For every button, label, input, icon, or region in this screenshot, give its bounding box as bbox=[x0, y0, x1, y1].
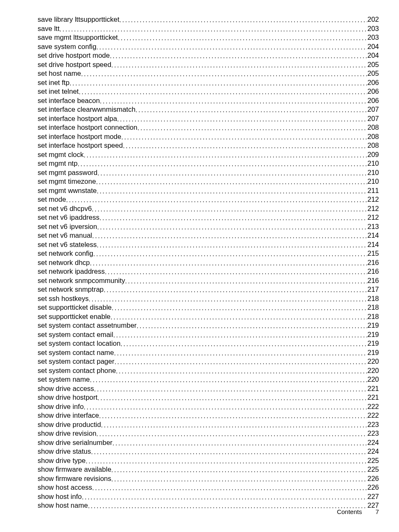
toc-entry[interactable]: set system contact location219 bbox=[38, 339, 379, 348]
toc-entry[interactable]: set net v6 stateless214 bbox=[38, 240, 379, 249]
toc-entry[interactable]: set system name220 bbox=[38, 375, 379, 384]
toc-entry[interactable]: save system config204 bbox=[38, 42, 379, 51]
toc-entry-page: 219 bbox=[367, 339, 379, 348]
toc-entry-page: 217 bbox=[367, 285, 379, 294]
toc-entry-label: set network ipaddress bbox=[38, 267, 105, 276]
toc-entry[interactable]: show drive access221 bbox=[38, 384, 379, 393]
toc-entry[interactable]: set network ipaddress216 bbox=[38, 267, 379, 276]
toc-entry-page: 202 bbox=[367, 15, 379, 24]
toc-entry-label: show drive interface bbox=[38, 411, 99, 420]
toc-entry-label: show host name bbox=[38, 501, 88, 510]
toc-leader-dots bbox=[111, 61, 367, 70]
toc-leader-dots bbox=[100, 213, 368, 223]
toc-entry[interactable]: set network dhcp216 bbox=[38, 258, 379, 267]
toc-entry[interactable]: set mgmt timezone210 bbox=[38, 177, 379, 186]
toc-entry-label: show drive serialnumber bbox=[38, 438, 113, 447]
toc-entry-page: 214 bbox=[367, 231, 379, 240]
toc-entry[interactable]: set drive hostport speed205 bbox=[38, 60, 379, 69]
toc-entry[interactable]: set interface hostport mode208 bbox=[38, 132, 379, 141]
toc-entry-label: show host access bbox=[38, 483, 92, 492]
toc-entry[interactable]: set net v6 manual214 bbox=[38, 231, 379, 240]
toc-entry-label: set system contact location bbox=[38, 339, 120, 348]
toc-leader-dots bbox=[97, 187, 367, 196]
toc-leader-dots bbox=[90, 259, 368, 268]
toc-entry[interactable]: show drive productid223 bbox=[38, 420, 379, 429]
toc-leader-dots bbox=[90, 375, 368, 385]
toc-entry[interactable]: set system contact assetnumber219 bbox=[38, 321, 379, 330]
toc-entry[interactable]: set host name205 bbox=[38, 69, 379, 78]
toc-entry[interactable]: set drive hostport mode204 bbox=[38, 51, 379, 60]
toc-entry-page: 220 bbox=[367, 366, 379, 375]
toc-entry-page: 226 bbox=[367, 474, 379, 483]
toc-entry[interactable]: set supportticket enable218 bbox=[38, 312, 379, 321]
toc-leader-dots bbox=[114, 357, 367, 367]
toc-entry[interactable]: show firmware revisions226 bbox=[38, 474, 379, 483]
toc-entry-label: set supportticket enable bbox=[38, 312, 110, 321]
toc-entry-page: 213 bbox=[367, 222, 379, 231]
toc-entry[interactable]: set ssh hostkeys218 bbox=[38, 294, 379, 303]
toc-entry-page: 216 bbox=[367, 258, 379, 267]
toc-entry[interactable]: set network snmptrap217 bbox=[38, 285, 379, 294]
toc-entry-label: set network dhcp bbox=[38, 258, 90, 267]
toc-entry-page: 208 bbox=[367, 123, 379, 132]
toc-entry-label: show firmware revisions bbox=[38, 474, 111, 483]
toc-entry-label: show firmware available bbox=[38, 465, 111, 474]
toc-entry[interactable]: set system contact pager220 bbox=[38, 357, 379, 366]
toc-entry[interactable]: set net v6 ipversion213 bbox=[38, 222, 379, 231]
toc-entry[interactable]: set mgmt clock209 bbox=[38, 150, 379, 159]
toc-entry[interactable]: set mgmt wwnstate211 bbox=[38, 186, 379, 195]
toc-entry-label: save mgmt lttsupportticket bbox=[38, 33, 118, 42]
toc-entry[interactable]: save library lttsupportticket202 bbox=[38, 15, 379, 24]
toc-entry[interactable]: save mgmt lttsupportticket203 bbox=[38, 33, 379, 42]
toc-entry-label: set interface hostport speed bbox=[38, 141, 123, 150]
toc-entry-page: 211 bbox=[367, 186, 379, 195]
toc-entry[interactable]: set inet telnet206 bbox=[38, 87, 379, 96]
toc-entry[interactable]: set mgmt ntp210 bbox=[38, 159, 379, 168]
toc-entry[interactable]: show drive status224 bbox=[38, 447, 379, 456]
toc-leader-dots bbox=[84, 403, 367, 412]
toc-entry[interactable]: set system contact name219 bbox=[38, 348, 379, 357]
toc-entry[interactable]: set interface hostport connection208 bbox=[38, 123, 379, 132]
toc-leader-dots bbox=[113, 439, 368, 448]
toc-entry[interactable]: set interface clearwwnmismatch207 bbox=[38, 105, 379, 114]
toc-entry[interactable]: show firmware available225 bbox=[38, 465, 379, 474]
toc-entry[interactable]: set interface hostport speed208 bbox=[38, 141, 379, 150]
toc-entry[interactable]: show drive interface222 bbox=[38, 411, 379, 420]
toc-entry[interactable]: set interface beacon206 bbox=[38, 96, 379, 105]
toc-leader-dots bbox=[101, 421, 367, 430]
toc-entry[interactable]: set network config 215 bbox=[38, 249, 379, 258]
toc-entry[interactable]: show drive info222 bbox=[38, 402, 379, 411]
toc-entry[interactable]: set inet ftp206 bbox=[38, 78, 379, 87]
toc-leader-dots bbox=[66, 195, 368, 205]
toc-entry[interactable]: set system contact email219 bbox=[38, 330, 379, 339]
toc-entry[interactable]: show drive revision223 bbox=[38, 429, 379, 438]
toc-entry[interactable]: set supportticket disable218 bbox=[38, 303, 379, 312]
toc-entry[interactable]: set mode212 bbox=[38, 195, 379, 204]
toc-entry[interactable]: show drive serialnumber224 bbox=[38, 438, 379, 447]
toc-leader-dots bbox=[110, 51, 367, 61]
toc-entry[interactable]: save ltt203 bbox=[38, 24, 379, 33]
toc-entry-page: 215 bbox=[367, 249, 379, 258]
toc-entry-page: 206 bbox=[367, 87, 379, 96]
toc-entry[interactable]: show host access226 bbox=[38, 483, 379, 492]
toc-entry[interactable]: set net v6 dhcpv6212 bbox=[38, 204, 379, 213]
toc-entry[interactable]: show host info227 bbox=[38, 492, 379, 501]
toc-entry[interactable]: show drive hostport221 bbox=[38, 393, 379, 402]
toc-entry-page: 208 bbox=[367, 141, 379, 150]
toc-entry[interactable]: set network snmpcommunity216 bbox=[38, 276, 379, 285]
toc-entry[interactable]: set mgmt password210 bbox=[38, 168, 379, 177]
toc-entry-page: 221 bbox=[367, 384, 379, 393]
toc-leader-dots bbox=[59, 25, 367, 34]
toc-entry-label: show drive hostport bbox=[38, 393, 97, 402]
toc-entry[interactable]: show host name227 bbox=[38, 501, 379, 510]
toc-entry-label: set drive hostport mode bbox=[38, 51, 110, 60]
toc-leader-dots bbox=[97, 223, 367, 232]
toc-entry[interactable]: set system contact phone220 bbox=[38, 366, 379, 375]
toc-entry[interactable]: set net v6 ipaddress212 bbox=[38, 213, 379, 222]
toc-entry-label: set interface hostport connection bbox=[38, 123, 137, 132]
toc-entry[interactable]: show drive type225 bbox=[38, 456, 379, 465]
toc-leader-dots bbox=[86, 457, 368, 466]
toc-leader-dots bbox=[91, 447, 367, 457]
toc-leader-dots bbox=[92, 483, 367, 493]
toc-entry[interactable]: set interface hostport alpa207 bbox=[38, 114, 379, 123]
